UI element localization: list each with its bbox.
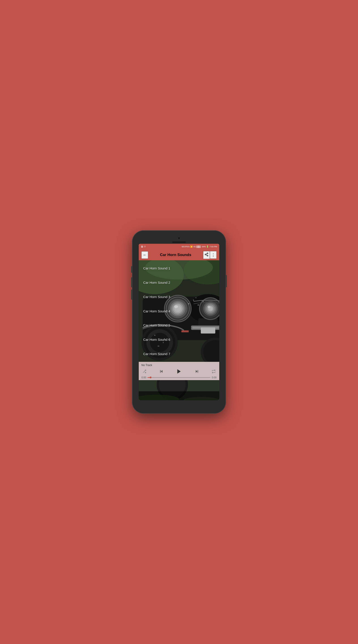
track-item-label-4: Car Horn Sound 4	[143, 309, 170, 313]
player-bar: No Track	[139, 362, 219, 380]
track-items-container: Car Horn Sound 1 Car Horn Sound 2 Car Ho…	[139, 260, 219, 362]
phone-speaker	[172, 242, 186, 243]
track-list: Car Horn Sound 1 Car Horn Sound 2 Car Ho…	[139, 260, 219, 362]
status-left-icons: 🖼 ⏱	[141, 246, 146, 248]
phone-device: 🖼 ⏱ 58.87K/s 📶 4G ▌▌▌ 64% 🔋 7:03 PM ← Ca…	[132, 230, 226, 414]
svg-marker-56	[196, 370, 197, 373]
network-type: 4G	[193, 246, 196, 248]
share-button[interactable]	[203, 251, 210, 259]
svg-point-1	[205, 254, 206, 255]
time-display: 7:03 PM	[209, 246, 217, 248]
track-item-7[interactable]: Car Horn Sound 7	[139, 346, 219, 361]
player-track-name: No Track	[141, 364, 217, 367]
wifi-icon: 📶	[190, 246, 193, 248]
track-item-label-2: Car Horn Sound 2	[143, 281, 170, 284]
next-button[interactable]	[194, 368, 200, 374]
app-title: Car Horn Sounds	[148, 253, 203, 257]
app-bar: ← Car Horn Sounds ⋮	[139, 250, 219, 260]
phone-camera	[177, 236, 181, 240]
track-item-3[interactable]: Car Horn Sound 3	[139, 290, 219, 304]
volume-down-button[interactable]	[131, 277, 132, 287]
track-item-4[interactable]: Car Horn Sound 4	[139, 304, 219, 318]
image-status-icon: 🖼	[141, 246, 143, 248]
bottom-image-strip	[139, 380, 219, 400]
track-item-5[interactable]: Car Horn Sound 5	[139, 318, 219, 332]
svg-rect-57	[198, 370, 198, 373]
svg-line-3	[206, 255, 207, 255]
phone-screen: 🖼 ⏱ 58.87K/s 📶 4G ▌▌▌ 64% 🔋 7:03 PM ← Ca…	[139, 244, 219, 400]
status-bar: 🖼 ⏱ 58.87K/s 📶 4G ▌▌▌ 64% 🔋 7:03 PM	[139, 244, 219, 250]
play-button[interactable]	[175, 368, 183, 375]
track-item-label-1: Car Horn Sound 1	[143, 266, 170, 270]
shuffle-button[interactable]	[141, 368, 147, 374]
svg-point-2	[207, 255, 208, 256]
track-item-2[interactable]: Car Horn Sound 2	[139, 276, 219, 290]
signal-icon: ▌▌▌	[197, 246, 201, 248]
player-progress-dot	[150, 376, 151, 378]
svg-rect-63	[139, 391, 219, 400]
player-controls	[141, 368, 217, 375]
player-time-end: 0:00	[212, 376, 217, 379]
battery-level: 64%	[202, 246, 206, 248]
back-button[interactable]: ←	[141, 251, 148, 259]
repeat-button[interactable]	[211, 368, 217, 374]
network-speed: 58.87K/s	[182, 246, 190, 248]
more-options-button[interactable]: ⋮	[210, 251, 217, 259]
clock-status-icon: ⏱	[144, 246, 146, 248]
track-item-label-5: Car Horn Sound 5	[143, 323, 170, 327]
track-item-6[interactable]: Car Horn Sound 6	[139, 332, 219, 347]
battery-icon: 🔋	[206, 246, 209, 248]
track-item-label-3: Car Horn Sound 3	[143, 295, 170, 299]
player-progress-bar[interactable]	[147, 377, 210, 378]
svg-point-0	[207, 253, 208, 254]
main-content: Car Horn Sound 1 Car Horn Sound 2 Car Ho…	[139, 260, 219, 400]
previous-button[interactable]	[158, 368, 164, 374]
status-right-info: 58.87K/s 📶 4G ▌▌▌ 64% 🔋 7:03 PM	[182, 246, 217, 248]
svg-line-4	[206, 253, 207, 254]
svg-rect-54	[160, 370, 160, 373]
volume-up-button[interactable]	[131, 266, 132, 273]
player-time-row: 0:00 0:00	[141, 376, 217, 379]
camera-button[interactable]	[131, 290, 132, 300]
track-item-label-7: Car Horn Sound 7	[143, 352, 170, 356]
power-button[interactable]	[226, 275, 227, 287]
track-item-1[interactable]: Car Horn Sound 1	[139, 261, 219, 276]
svg-marker-55	[177, 369, 181, 374]
player-time-start: 0:00	[141, 376, 146, 379]
svg-marker-53	[161, 370, 162, 373]
track-item-label-6: Car Horn Sound 6	[143, 338, 170, 342]
